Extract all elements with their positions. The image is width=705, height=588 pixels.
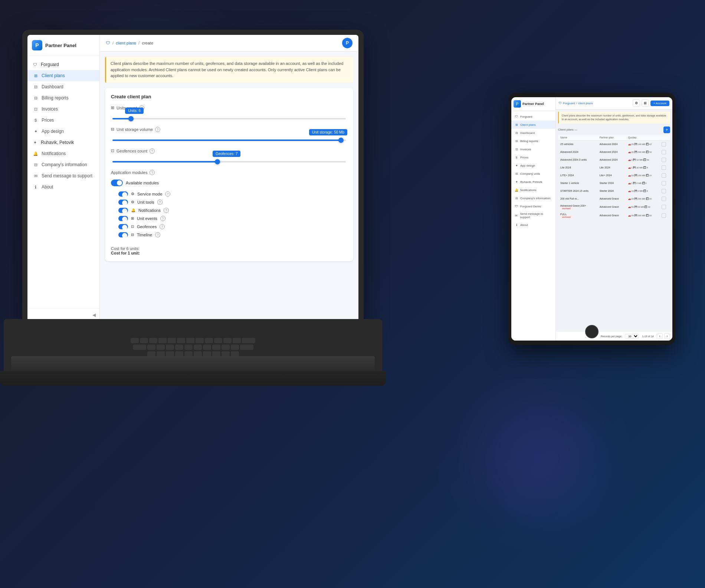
copy-icon[interactable] — [662, 158, 666, 162]
storage-help-icon[interactable]: ? — [155, 127, 160, 132]
copy-icon[interactable] — [662, 181, 666, 185]
row-actions[interactable] — [659, 179, 670, 187]
sidebar-item-invoices[interactable]: ⊡ Invoices — [27, 104, 99, 115]
row-partner-plan: Advanced 2024 — [597, 156, 626, 164]
copy-icon[interactable] — [662, 213, 666, 218]
tablet-nav-company-info[interactable]: ⊟ Company's information — [511, 194, 555, 202]
row-actions[interactable] — [659, 148, 670, 156]
copy-icon[interactable] — [662, 150, 666, 154]
archived-badge: archived — [560, 207, 573, 210]
service-mode-icon: ⚙ — [131, 192, 134, 196]
sidebar-item-company-info[interactable]: ⊟ Company's information — [27, 159, 99, 170]
copy-icon[interactable] — [662, 189, 666, 193]
geofences-help-icon[interactable]: ? — [150, 148, 155, 154]
sidebar-item-about[interactable]: ℹ About — [27, 181, 99, 193]
tablet-nav-ruhavik[interactable]: ✦ Ruhavik, Petovik — [511, 178, 555, 186]
timeline-help[interactable]: ? — [155, 232, 160, 237]
tablet-nav-ruhavik-label: Ruhavik, Petovik — [520, 180, 542, 184]
copy-icon[interactable] — [662, 197, 666, 201]
tablet-actions: ⚙ ⊞ + Account — [633, 99, 669, 107]
geofences-module-label: Geofences — [137, 224, 157, 229]
tablet-nav-notifications[interactable]: 🔔 Notifications — [511, 186, 555, 194]
sidebar-item-billing-reports[interactable]: ⊟ Billing reports — [27, 92, 99, 104]
kb-key — [214, 338, 222, 343]
tablet-nav-invoices[interactable]: ⊡ Invoices — [511, 145, 555, 153]
storage-slider-track[interactable] — [112, 139, 346, 141]
tablet-home-btn[interactable] — [585, 325, 599, 338]
sidebar-item-forguard[interactable]: 🛡 Forguard — [27, 59, 99, 70]
unit-events-toggle[interactable] — [118, 216, 128, 221]
copy-icon[interactable] — [662, 165, 666, 170]
row-actions[interactable] — [659, 203, 670, 211]
copy-icon[interactable] — [662, 142, 666, 147]
geofences-slider-track[interactable] — [112, 161, 346, 162]
tablet-about-icon: ℹ — [514, 223, 519, 227]
service-mode-toggle[interactable] — [118, 191, 128, 197]
tablet-nav-company-units[interactable]: ⊟ Company units — [511, 170, 555, 178]
kb-key — [175, 351, 183, 357]
geofences-slider-thumb[interactable] — [215, 159, 220, 164]
records-per-page-select[interactable]: 10 25 50 — [625, 334, 639, 339]
tablet-nav-forguard-demo[interactable]: 🛡 Forguard Demo — [511, 202, 555, 210]
notifications-help[interactable]: ? — [164, 208, 169, 213]
row-name: Lite 2024 — [558, 164, 597, 171]
service-mode-help[interactable]: ? — [165, 191, 170, 197]
row-actions[interactable] — [659, 156, 670, 164]
sidebar-item-app-design[interactable]: ✦ App design — [27, 126, 99, 137]
tablet-account-btn[interactable]: + Account — [650, 101, 669, 106]
user-avatar[interactable]: P — [342, 38, 352, 48]
breadcrumb-client-plans[interactable]: client plans — [116, 41, 136, 45]
table-header-row: Name Partner plan Quotas — [558, 135, 670, 141]
geofences-module-help[interactable]: ? — [160, 224, 165, 229]
copy-icon[interactable] — [662, 173, 666, 178]
units-slider-thumb[interactable] — [128, 116, 134, 121]
copy-icon[interactable] — [662, 205, 666, 209]
tablet-settings-btn[interactable]: ⚙ — [633, 99, 640, 107]
row-actions[interactable] — [659, 187, 670, 195]
sidebar-item-ruhavik[interactable]: ✦ Ruhavik, Petovik — [27, 137, 99, 148]
timeline-toggle[interactable] — [118, 232, 128, 237]
storage-slider-thumb[interactable] — [338, 138, 344, 143]
tablet-nav-about[interactable]: ℹ About — [511, 221, 555, 229]
row-actions[interactable] — [659, 195, 670, 203]
tablet-nav-billing[interactable]: ⊟ Billing reports — [511, 137, 555, 145]
sidebar-item-send-message[interactable]: ✉ Send message to support — [27, 170, 99, 181]
tablet-table: Name Partner plan Quotas 25 vehiclesAdva… — [558, 135, 670, 220]
unit-events-help[interactable]: ? — [160, 216, 165, 221]
unit-tools-toggle[interactable] — [118, 200, 128, 205]
tablet-nav-send-message[interactable]: ✉ Send message to support — [511, 210, 555, 221]
row-actions[interactable] — [659, 164, 670, 171]
row-partner-plan: Lite 2024 — [597, 164, 626, 171]
row-quotas: 🚗 55 💾 50 MB 🔲 42 — [626, 203, 659, 211]
tablet-nav-dashboard[interactable]: ⊟ Dashboard — [511, 129, 555, 137]
kb-key — [157, 351, 165, 357]
col-name: Name — [558, 135, 597, 141]
sidebar-item-prices[interactable]: $ Prices — [27, 115, 99, 126]
tablet-nav-prices[interactable]: $ Prices — [511, 153, 555, 161]
sidebar-item-client-plans[interactable]: ⊞ Client plans — [27, 70, 99, 81]
geofences-tooltip: Geofences: 7 — [213, 151, 240, 157]
sidebar-item-dashboard[interactable]: ⊟ Dashboard — [27, 81, 99, 92]
tablet-add-btn[interactable]: + — [663, 127, 670, 133]
row-actions[interactable] — [659, 211, 670, 220]
row-name: 25 vehicles — [558, 140, 597, 148]
tablet-nav-app-design[interactable]: ✦ App design — [511, 161, 555, 170]
row-actions[interactable] — [659, 171, 670, 179]
prev-page-btn[interactable]: ‹ — [657, 333, 663, 339]
units-slider-track[interactable] — [112, 118, 346, 119]
tablet-nav-client-plans[interactable]: ⊞ Client plans — [511, 121, 555, 129]
modules-help-icon[interactable]: ? — [150, 170, 155, 175]
row-actions[interactable] — [659, 140, 670, 148]
available-toggle-switch[interactable] — [111, 180, 123, 186]
cost-1-unit: Cost for 1 unit: — [111, 251, 347, 255]
sidebar-item-notifications[interactable]: 🔔 Notifications — [27, 148, 99, 159]
unit-storage-section: ⊟ Unit storage volume ? Unit storage: 50… — [111, 127, 347, 141]
geofences-module-toggle[interactable] — [118, 224, 128, 229]
unit-tools-help[interactable]: ? — [157, 200, 163, 205]
notifications-module-label: Notifications — [138, 208, 161, 213]
breadcrumb-shield-icon: 🛡 — [106, 40, 110, 46]
tablet-nav-forguard[interactable]: 🛡 Forguard — [511, 112, 555, 121]
next-page-btn[interactable]: › — [664, 333, 670, 339]
tablet-grid-btn[interactable]: ⊞ — [642, 99, 649, 107]
notifications-toggle[interactable] — [118, 208, 128, 213]
